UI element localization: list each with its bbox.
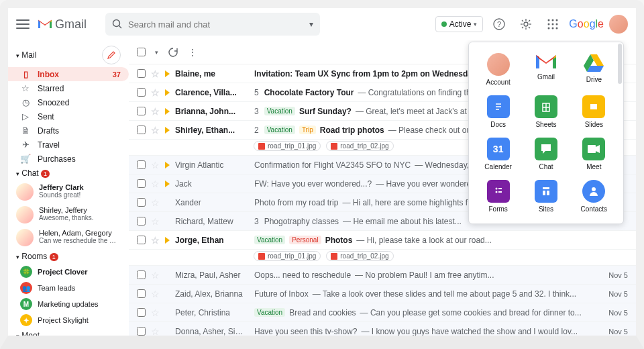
importance-marker-icon[interactable] [165,70,170,77]
svg-line-11 [522,27,523,28]
app-docs[interactable]: Docs [474,93,522,131]
mail-section-header[interactable]: ▾ Mail [8,43,129,67]
nav-starred[interactable]: ☆Starred [8,81,129,95]
nav-purchases[interactable]: 🛒Purchases [8,152,129,166]
search-bar[interactable]: ▾ [105,13,320,36]
room-item[interactable]: ✦Project Skylight [8,312,129,328]
message-row[interactable]: ☆Mizra, Paul, AsherOops... need to resch… [129,266,636,285]
message-row[interactable]: ☆Zaid, Alex, BriannaFuture of Inbox — Ta… [129,285,636,303]
star-icon[interactable]: ☆ [151,87,160,98]
row-checkbox[interactable] [137,107,146,115]
search-input[interactable] [128,19,304,30]
attachment-chip[interactable]: road_trip_02.jpg [326,141,393,151]
row-checkbox[interactable] [137,289,146,298]
row-checkbox[interactable] [137,160,146,169]
app-calender[interactable]: 31Calender [474,135,522,173]
avatar-icon [487,53,510,76]
meet-section-header[interactable]: ▾ Meet [8,328,129,336]
room-icon: 👥 [20,282,32,294]
app-slides[interactable]: Slides [570,93,618,131]
star-icon[interactable]: ☆ [151,106,160,117]
star-icon[interactable]: ☆ [151,270,160,281]
row-checkbox[interactable] [137,69,146,78]
importance-marker-icon[interactable] [165,237,170,244]
select-all-checkbox[interactable] [137,48,146,56]
app-meet[interactable]: Meet [570,135,618,173]
attachment-chip[interactable]: road_trip_02.jpg [326,251,393,261]
importance-marker-icon[interactable] [165,127,170,134]
svg-point-15 [556,19,558,21]
star-icon[interactable]: ☆ [151,289,160,299]
app-sites[interactable]: Sites [522,177,570,215]
gmail-logo[interactable]: Gmail [38,17,87,32]
app-gmail[interactable]: Gmail [522,50,570,89]
nav-travel[interactable]: ✈Travel [8,138,129,152]
star-icon[interactable]: ☆ [151,160,160,170]
message-row[interactable]: ☆Jorge, EthanVacationPersonalPhotos — Hi… [129,231,636,250]
room-item[interactable]: MMarketing updates [8,296,129,312]
star-icon[interactable]: ☆ [151,125,160,136]
star-icon[interactable]: ☆ [151,235,160,246]
app-contacts[interactable]: Contacts [570,177,618,215]
nav-snoozed[interactable]: ◷Snoozed [8,95,129,109]
app-chat[interactable]: Chat [522,135,570,173]
row-checkbox[interactable] [137,179,146,188]
svg-rect-30 [588,145,596,153]
row-checkbox[interactable] [137,236,146,244]
apps-button[interactable] [542,13,564,35]
row-checkbox[interactable] [137,198,146,207]
compose-button[interactable] [102,46,121,64]
star-icon[interactable]: ☆ [151,307,160,318]
app-forms[interactable]: Forms [474,177,522,215]
message-row[interactable]: ☆Donna, Asher, SimonHave you seen this t… [129,322,636,336]
svg-rect-35 [543,187,549,189]
importance-marker-icon[interactable] [165,89,170,96]
status-label: Active [449,19,472,29]
chat-item[interactable]: Jeffery ClarkSounds great! [8,181,129,203]
more-button[interactable]: ⋮ [188,47,197,58]
help-button[interactable]: ? [488,13,510,35]
chat-item[interactable]: Shirley, JefferyAwesome, thanks. [8,203,129,226]
importance-marker-icon[interactable] [165,162,170,168]
cart-icon: 🛒 [20,154,31,164]
star-icon[interactable]: ☆ [151,179,160,189]
scrollbar[interactable] [618,44,622,84]
row-checkbox[interactable] [137,308,146,317]
star-icon[interactable]: ☆ [151,216,160,227]
star-icon[interactable]: ☆ [151,68,160,79]
importance-marker-icon[interactable] [165,181,170,187]
chat-item[interactable]: Helen, Adam, GregoryCan we reschedule th… [8,226,129,249]
google-logo[interactable]: Google [569,18,604,30]
chat-section-header[interactable]: ▾ Chat 1 [8,166,129,181]
plane-icon: ✈ [20,140,31,150]
row-checkbox[interactable] [137,327,146,336]
star-icon[interactable]: ☆ [151,197,160,208]
image-file-icon [331,143,337,150]
nav-inbox[interactable]: ▯Inbox37 [8,67,129,81]
row-checkbox[interactable] [137,126,146,134]
select-dropdown-icon[interactable]: ▾ [155,49,158,56]
attachment-chip[interactable]: road_trip_01.jpg [254,141,321,151]
app-account[interactable]: Account [474,50,522,89]
account-avatar[interactable] [609,15,628,34]
search-dropdown-icon[interactable]: ▾ [309,19,313,29]
room-item[interactable]: 🍀Project Clover [8,264,129,280]
app-drive[interactable]: Drive [570,50,618,89]
settings-button[interactable] [515,13,537,35]
menu-icon[interactable] [16,19,30,29]
importance-marker-icon[interactable] [165,108,170,115]
row-checkbox[interactable] [137,88,146,97]
star-icon[interactable]: ☆ [151,326,160,336]
row-checkbox[interactable] [137,270,146,279]
refresh-button[interactable] [168,47,178,58]
row-checkbox[interactable] [137,217,146,226]
message-row[interactable]: ☆Peter, ChristinaVacationBread and cooki… [129,303,636,322]
rooms-section-header[interactable]: ▾ Rooms 1 [8,249,129,264]
nav-drafts[interactable]: 🗎Drafts [8,123,129,138]
room-item[interactable]: 👥Team leads [8,280,129,296]
attachment-chip[interactable]: road_trip_01.jpg [254,251,321,261]
nav-sent[interactable]: ▷Sent [8,109,129,123]
presence-status[interactable]: Active ▾ [435,16,484,32]
room-icon: 🍀 [20,266,32,278]
app-sheets[interactable]: Sheets [522,93,570,131]
